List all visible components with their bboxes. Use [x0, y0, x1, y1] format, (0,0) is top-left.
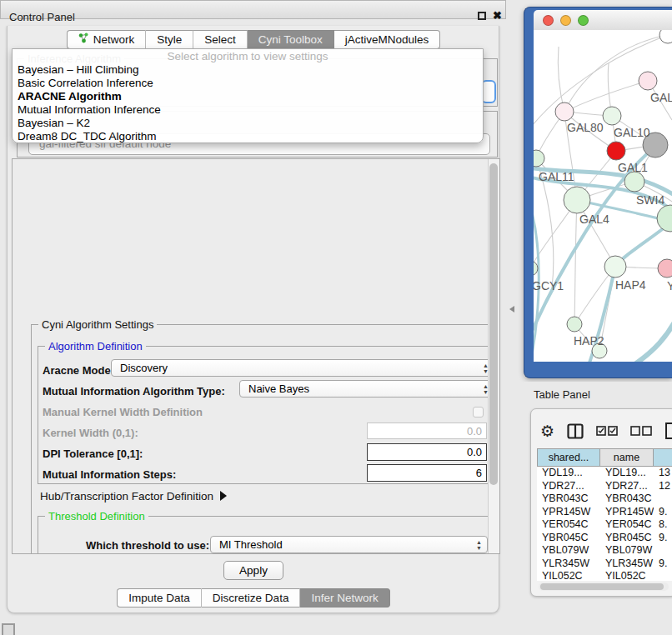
tab-discretize-data[interactable]: Discretize Data [202, 588, 301, 608]
network-window-titlebar[interactable] [534, 10, 672, 30]
close-traffic-light[interactable] [543, 15, 554, 26]
network-node-gal[interactable] [639, 72, 657, 90]
vertical-scrollbar-thumb[interactable] [489, 163, 498, 485]
node-label-gal11: GAL11 [539, 170, 574, 183]
network-node-gcy1[interactable] [534, 261, 538, 276]
network-node-gal1[interactable] [607, 142, 625, 160]
table-toolbar: ⚙ [540, 419, 672, 442]
apply-button[interactable]: Apply [223, 561, 283, 580]
table-scrollbar-thumb[interactable] [540, 583, 664, 590]
mi-type-label: Mutual Information Algorithm Type: [43, 385, 225, 398]
float-window-icon[interactable] [478, 12, 486, 20]
network-node-hap2[interactable] [567, 317, 582, 332]
column-header-a[interactable]: A [654, 448, 672, 467]
dpi-tolerance-input[interactable] [367, 443, 487, 461]
network-node-gal11[interactable] [534, 150, 544, 167]
network-node[interactable] [659, 30, 672, 43]
table-cell: YDR27... [537, 480, 600, 493]
tab-infer-network[interactable]: Infer Network [300, 588, 389, 608]
table-cell: YLR345W [600, 558, 654, 571]
deselect-all-icon[interactable] [630, 426, 652, 436]
algorithm-option-mutual-information-inference[interactable]: Mutual Information Inference [13, 103, 483, 117]
tab-impute-data[interactable]: Impute Data [117, 588, 202, 608]
algorithm-option-basic-correlation-inference[interactable]: Basic Correlation Inference [13, 77, 483, 90]
table-row[interactable]: YDL19...YDL19...13 [537, 467, 672, 480]
algorithm-option-aracne-algorithm[interactable]: ARACNE Algorithm [13, 90, 483, 103]
tab-network[interactable]: Network [67, 30, 147, 49]
table-cell: YPR145W [600, 506, 654, 519]
tab-label: Cyni Toolbox [258, 31, 323, 48]
algorithm-option-bayesian-k2[interactable]: Bayesian – K2 [13, 117, 483, 130]
table-row[interactable]: YER054CYER054C8. [537, 518, 672, 532]
node-label-gal4: GAL4 [579, 212, 609, 226]
column-layout-icon[interactable] [567, 423, 584, 439]
network-node-gal4[interactable] [564, 187, 590, 213]
aracne-mode-select[interactable]: Discovery ▲▼ [111, 359, 494, 377]
which-threshold-label: Which threshold to use: [86, 539, 209, 552]
cyni-bottom-tabbar: Impute DataDiscretize DataInfer Network [0, 588, 507, 608]
aracne-mode-label: Aracne Mode: [43, 364, 114, 377]
network-node-gal80[interactable] [555, 102, 574, 121]
hub-definition-expander[interactable]: Hub/Transcription Factor Definition [40, 490, 227, 502]
node-label-gal80: GAL80 [567, 121, 604, 134]
column-header-shared[interactable]: shared... [537, 448, 600, 467]
table-cell [654, 492, 672, 506]
network-node-labels: GALGAL80GAL10GAL1GAL11SWI4GAL4GCY1HAP4YH… [534, 91, 672, 348]
zoom-traffic-light[interactable] [578, 15, 589, 26]
node-label-swi4: SWI4 [636, 193, 664, 207]
table-cell: YIL052C [600, 570, 654, 581]
gear-icon[interactable]: ⚙ [540, 422, 554, 441]
table-row[interactable]: YDR27...YDR27...12 [537, 480, 672, 493]
algorithm-option-bayesian-hill-climbing[interactable]: Bayesian – Hill Climbing [13, 63, 483, 77]
table-cell: YBL079W [537, 544, 600, 558]
which-threshold-value: MI Threshold [219, 538, 474, 551]
file-icon[interactable] [664, 422, 672, 440]
table-cell: YER054C [600, 518, 654, 532]
column-header-name[interactable]: name [600, 448, 654, 467]
divider-collapse-icon[interactable] [509, 306, 514, 312]
select-all-icon[interactable] [596, 426, 618, 436]
table-row[interactable]: YBR045CYBR045C9. [537, 532, 672, 545]
tab-select[interactable]: Select [193, 30, 248, 49]
table-row[interactable]: YBL079WYBL079W [537, 544, 672, 558]
close-icon[interactable]: ✖ [493, 9, 502, 22]
manual-kernel-checkbox[interactable] [473, 407, 484, 418]
threshold-definition-title: Threshold Definition [45, 510, 148, 522]
which-threshold-select[interactable]: MI Threshold ▲▼ [210, 536, 488, 553]
minimized-panel-button[interactable] [2, 623, 15, 635]
tab-label: Infer Network [311, 589, 378, 607]
algorithm-dropdown-list: Bayesian – Hill ClimbingBasic Correlatio… [13, 63, 483, 143]
mi-type-select[interactable]: Naive Bayes ▲▼ [239, 380, 494, 398]
tab-jactivemnodules[interactable]: jActiveMNodules [334, 30, 441, 49]
network-node-y[interactable] [658, 259, 672, 278]
table-cell: 9. [654, 558, 672, 571]
table-cell: YER054C [537, 518, 600, 532]
network-node-gal10[interactable] [603, 107, 621, 125]
tab-label: Discretize Data [213, 589, 289, 607]
table-row[interactable]: YPR145WYPR145W9. [537, 506, 672, 519]
tab-style[interactable]: Style [146, 30, 193, 49]
screen: Control Panel ✖ NetworkStyleSelectCyni T… [0, 0, 672, 635]
network-canvas[interactable]: GALGAL80GAL10GAL1GAL11SWI4GAL4GCY1HAP4YH… [534, 30, 672, 362]
table-panel-title: Table Panel [534, 388, 590, 401]
table-row[interactable]: YLR345WYLR345W9. [537, 558, 672, 571]
network-node[interactable] [657, 205, 672, 232]
mi-steps-input[interactable] [367, 464, 487, 482]
node-label-gal: GAL [650, 91, 672, 104]
network-node-swi4[interactable] [624, 172, 644, 192]
table-cell [654, 570, 672, 581]
node-label-hap2: HAP2 [574, 334, 604, 348]
settings-scrollpane: Cyni Algorithm Settings Algorithm Defini… [12, 158, 500, 554]
table-cell: YBR043C [600, 492, 654, 506]
aracne-mode-value: Discovery [120, 362, 481, 374]
node-label-gcy1: GCY1 [534, 279, 564, 292]
kernel-width-input[interactable] [367, 422, 487, 439]
table-row[interactable]: YBR043CYBR043C [537, 492, 672, 506]
algorithm-option-dream8-dc-tdc-algorithm[interactable]: Dream8 DC_TDC Algorithm [13, 130, 483, 143]
table-row[interactable]: YIL052CYIL052C [537, 570, 672, 581]
control-panel-tabbar: NetworkStyleSelectCyni ToolboxjActiveMNo… [0, 30, 507, 49]
tab-cyni-toolbox[interactable]: Cyni Toolbox [248, 30, 334, 49]
minimize-traffic-light[interactable] [560, 15, 571, 26]
network-node-hap4[interactable] [604, 256, 626, 278]
table-cell: YIL052C [537, 570, 600, 581]
